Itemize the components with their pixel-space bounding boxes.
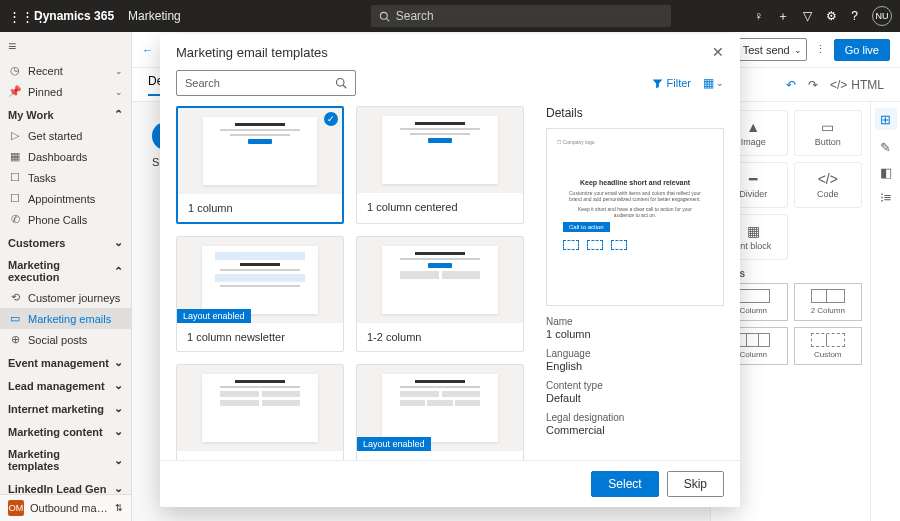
layout-custom[interactable]: Custom (794, 327, 863, 365)
template-name: 1-2 column (357, 323, 523, 351)
help-icon[interactable]: ? (851, 9, 858, 23)
details-content-type-label: Content type (546, 380, 724, 391)
view-html-toggle[interactable]: </>HTML (830, 78, 884, 92)
tool-code[interactable]: </>Code (794, 162, 863, 208)
redo-icon[interactable]: ↷ (808, 78, 818, 92)
nav-get-started[interactable]: ▷Get started (0, 125, 131, 146)
code-icon: </> (818, 171, 838, 187)
preview-cta: Call to action (563, 222, 610, 232)
search-icon (379, 11, 390, 22)
rail-settings-icon[interactable]: ⁝≡ (880, 190, 892, 205)
more-icon[interactable]: ⋮ (815, 43, 826, 56)
global-search[interactable]: Search (371, 5, 671, 27)
nav-group-lead-management[interactable]: Lead management⌄ (0, 373, 131, 396)
nav-marketing-emails[interactable]: ▭Marketing emails (0, 308, 131, 329)
template-name: 1-2-2 column (177, 451, 343, 460)
code-icon: </> (830, 78, 847, 92)
chevron-up-icon: ⌃ (114, 108, 123, 121)
template-search[interactable]: Search (176, 70, 356, 96)
nav-group-event-management[interactable]: Event management⌄ (0, 350, 131, 373)
nav-group-mywork[interactable]: My Work⌃ (0, 102, 131, 125)
nav-hamburger-icon[interactable]: ≡ (0, 32, 131, 60)
product-name[interactable]: Marketing (128, 9, 181, 23)
template-name: 1-2-3 column (357, 451, 523, 460)
nav-group-marketing-content[interactable]: Marketing content⌄ (0, 419, 131, 442)
chevron-down-icon: ⌄ (114, 402, 123, 415)
brand-name: Dynamics 365 (34, 9, 114, 23)
task-icon: ☐ (8, 171, 22, 184)
calendar-icon: ☐ (8, 192, 22, 205)
nav-social-posts[interactable]: ⊕Social posts (0, 329, 131, 350)
svg-line-3 (343, 85, 346, 88)
nav-group-marketing-templates[interactable]: Marketing templates⌄ (0, 442, 131, 476)
template-card[interactable]: Layout enabled 1 column newsletter (176, 236, 344, 352)
chevron-down-icon: ⌄ (114, 236, 123, 249)
details-legal-label: Legal designation (546, 412, 724, 423)
details-language-label: Language (546, 348, 724, 359)
nav-appointments[interactable]: ☐Appointments (0, 188, 131, 209)
details-content-type-value: Default (546, 392, 724, 404)
app-launcher-icon[interactable]: ⋮⋮⋮ (8, 9, 28, 24)
grid-view-icon: ▦ (703, 76, 714, 90)
chevron-down-icon: ⌄ (794, 45, 802, 55)
pin-icon: 📌 (8, 85, 22, 98)
template-name: 1 column newsletter (177, 323, 343, 351)
button-icon: ▭ (821, 119, 834, 135)
user-avatar[interactable]: NU (872, 6, 892, 26)
nav-recent[interactable]: ◷Recent⌄ (0, 60, 131, 81)
chevron-down-icon: ⌄ (114, 425, 123, 438)
close-button[interactable]: ✕ (712, 44, 724, 60)
template-card[interactable]: 1-2 column (356, 236, 524, 352)
skip-button[interactable]: Skip (667, 471, 724, 497)
nav-pinned[interactable]: 📌Pinned⌄ (0, 81, 131, 102)
gear-icon[interactable]: ⚙ (826, 9, 837, 23)
plus-icon[interactable]: ＋ (777, 8, 789, 25)
rail-elements-icon[interactable]: ⊞ (875, 108, 897, 130)
template-card[interactable]: Layout enabled 1-2-3 column (356, 364, 524, 460)
template-name: 1 column (178, 194, 342, 222)
chevron-down-icon: ⌄ (115, 66, 123, 76)
details-name-value: 1 column (546, 328, 724, 340)
global-topbar: ⋮⋮⋮ Dynamics 365 Marketing Search ♀ ＋ ▽ … (0, 0, 900, 32)
rail-styles-icon[interactable]: ✎ (880, 140, 891, 155)
template-card[interactable]: 1 column centered (356, 106, 524, 224)
search-icon (335, 77, 347, 89)
nav-phone-calls[interactable]: ✆Phone Calls (0, 209, 131, 230)
go-live-button[interactable]: Go live (834, 39, 890, 61)
image-icon: ▲ (746, 119, 760, 135)
back-button[interactable]: ← (142, 44, 153, 56)
template-card[interactable]: 1-2-2 column (176, 364, 344, 460)
section-types-label: types (719, 268, 862, 279)
chevron-up-icon: ⌃ (114, 265, 123, 278)
nav-area-switcher[interactable]: OM Outbound market... ⇅ (0, 494, 131, 521)
select-button[interactable]: Select (591, 471, 658, 497)
tool-button[interactable]: ▭Button (794, 110, 863, 156)
side-rail: ⊞ ✎ ◧ ⁝≡ (870, 102, 900, 521)
nav-tasks[interactable]: ☐Tasks (0, 167, 131, 188)
svg-line-1 (386, 18, 389, 21)
details-name-label: Name (546, 316, 724, 327)
rail-theme-icon[interactable]: ◧ (880, 165, 892, 180)
layout-2col[interactable]: 2 Column (794, 283, 863, 321)
lightbulb-icon[interactable]: ♀ (754, 9, 763, 23)
journey-icon: ⟲ (8, 291, 22, 304)
nav-group-marketing-execution[interactable]: Marketing execution⌃ (0, 253, 131, 287)
nav-dashboards[interactable]: ▦Dashboards (0, 146, 131, 167)
divider-icon: ━ (749, 171, 757, 187)
nav-group-internet-marketing[interactable]: Internet marketing⌄ (0, 396, 131, 419)
nav-group-customers[interactable]: Customers⌄ (0, 230, 131, 253)
social-icon: ⊕ (8, 333, 22, 346)
view-switcher[interactable]: ▦ ⌄ (703, 76, 724, 90)
template-card[interactable]: ✓ 1 column (176, 106, 344, 224)
details-language-value: English (546, 360, 724, 372)
chevron-down-icon: ⌄ (114, 356, 123, 369)
template-gallery: ✓ 1 column 1 column centered Layout enab… (176, 106, 534, 460)
undo-icon[interactable]: ↶ (786, 78, 796, 92)
email-icon: ▭ (8, 312, 22, 325)
search-placeholder: Search (396, 9, 434, 23)
filter-icon[interactable]: ▽ (803, 9, 812, 23)
filter-button[interactable]: Filter (652, 77, 691, 89)
nav-customer-journeys[interactable]: ⟲Customer journeys (0, 287, 131, 308)
play-icon: ▷ (8, 129, 22, 142)
details-title: Details (546, 106, 724, 120)
